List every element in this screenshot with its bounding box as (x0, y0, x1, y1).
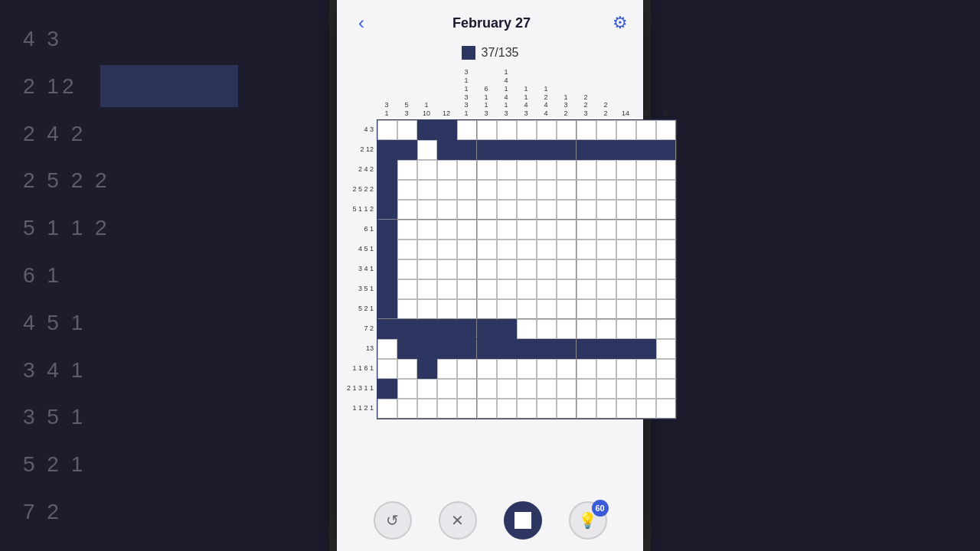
grid-cell[interactable] (636, 140, 656, 160)
grid-cell[interactable] (596, 339, 616, 359)
settings-button[interactable]: ⚙ (612, 13, 628, 33)
grid-cell[interactable] (616, 299, 636, 319)
grid-cell[interactable] (577, 220, 596, 240)
grid-cell[interactable] (457, 399, 477, 419)
grid-cell[interactable] (457, 359, 477, 379)
grid-cell[interactable] (596, 279, 616, 299)
grid-cell[interactable] (377, 240, 397, 259)
grid-cell[interactable] (517, 259, 537, 279)
grid-cell[interactable] (457, 319, 477, 339)
grid-cell[interactable] (656, 259, 676, 279)
grid-cell[interactable] (397, 240, 417, 259)
grid-cell[interactable] (656, 379, 676, 399)
back-button[interactable]: ‹ (352, 9, 371, 37)
grid-cell[interactable] (537, 399, 557, 419)
grid-cell[interactable] (557, 379, 577, 399)
grid-cell[interactable] (497, 339, 517, 359)
grid-cell[interactable] (517, 200, 537, 220)
grid-cell[interactable] (457, 339, 477, 359)
grid-cell[interactable] (636, 339, 656, 359)
grid-cell[interactable] (557, 180, 577, 200)
grid-cell[interactable] (477, 200, 497, 220)
grid-cell[interactable] (517, 240, 537, 259)
grid-cell[interactable] (437, 160, 457, 180)
grid-cell[interactable] (497, 299, 517, 319)
grid-cell[interactable] (477, 259, 497, 279)
grid-cell[interactable] (417, 220, 437, 240)
grid-cell[interactable] (577, 200, 596, 220)
grid-cell[interactable] (397, 299, 417, 319)
grid-cell[interactable] (417, 259, 437, 279)
grid-cell[interactable] (497, 319, 517, 339)
grid-cell[interactable] (537, 180, 557, 200)
grid-cell[interactable] (417, 299, 437, 319)
grid-cell[interactable] (656, 160, 676, 180)
grid-cell[interactable] (616, 240, 636, 259)
grid-cell[interactable] (577, 279, 596, 299)
grid-cell[interactable] (577, 240, 596, 259)
grid-cell[interactable] (557, 399, 577, 419)
grid-cell[interactable] (656, 299, 676, 319)
grid-cell[interactable] (656, 279, 676, 299)
grid-cell[interactable] (616, 339, 636, 359)
grid-cell[interactable] (517, 120, 537, 140)
grid-cell[interactable] (497, 240, 517, 259)
grid-cell[interactable] (397, 339, 417, 359)
grid-cell[interactable] (497, 120, 517, 140)
grid-cell[interactable] (497, 180, 517, 200)
grid-cell[interactable] (377, 220, 397, 240)
grid-cell[interactable] (497, 220, 517, 240)
grid-cell[interactable] (497, 279, 517, 299)
grid-cell[interactable] (616, 200, 636, 220)
grid-cell[interactable] (636, 319, 656, 339)
grid-cell[interactable] (537, 359, 557, 379)
grid-cell[interactable] (616, 140, 636, 160)
grid-cell[interactable] (636, 279, 656, 299)
grid-cell[interactable] (616, 359, 636, 379)
grid-cell[interactable] (417, 240, 437, 259)
grid-cell[interactable] (596, 399, 616, 419)
grid-cell[interactable] (537, 140, 557, 160)
grid-cell[interactable] (596, 259, 616, 279)
grid-cell[interactable] (417, 200, 437, 220)
grid-cell[interactable] (457, 140, 477, 160)
grid-cell[interactable] (577, 339, 596, 359)
grid-cell[interactable] (636, 299, 656, 319)
grid-cell[interactable] (437, 359, 457, 379)
grid-cell[interactable] (477, 120, 497, 140)
grid-cell[interactable] (616, 160, 636, 180)
grid-cell[interactable] (577, 299, 596, 319)
grid-cell[interactable] (397, 399, 417, 419)
undo-button[interactable]: ↺ (374, 501, 412, 540)
grid-cell[interactable] (537, 259, 557, 279)
grid-cell[interactable] (457, 220, 477, 240)
fill-button[interactable] (504, 501, 542, 540)
grid-cell[interactable] (596, 240, 616, 259)
grid-cell[interactable] (497, 160, 517, 180)
grid-cell[interactable] (437, 379, 457, 399)
grid-cell[interactable] (557, 259, 577, 279)
grid-cell[interactable] (417, 120, 437, 140)
grid-cell[interactable] (557, 299, 577, 319)
grid-cell[interactable] (577, 399, 596, 419)
grid-cell[interactable] (656, 220, 676, 240)
grid-cell[interactable] (517, 279, 537, 299)
grid-cell[interactable] (477, 379, 497, 399)
grid-cell[interactable] (537, 339, 557, 359)
grid-cell[interactable] (477, 359, 497, 379)
grid-cell[interactable] (517, 160, 537, 180)
grid-cell[interactable] (397, 319, 417, 339)
grid-cell[interactable] (377, 140, 397, 160)
grid-cell[interactable] (397, 160, 417, 180)
grid-cell[interactable] (517, 359, 537, 379)
grid-cell[interactable] (497, 200, 517, 220)
grid-cell[interactable] (616, 399, 636, 419)
grid-cell[interactable] (517, 319, 537, 339)
grid-cell[interactable] (557, 160, 577, 180)
grid-cell[interactable] (537, 160, 557, 180)
grid-cell[interactable] (457, 120, 477, 140)
grid-cell[interactable] (437, 299, 457, 319)
grid-cell[interactable] (616, 120, 636, 140)
grid-cell[interactable] (437, 120, 457, 140)
grid-cell[interactable] (477, 319, 497, 339)
